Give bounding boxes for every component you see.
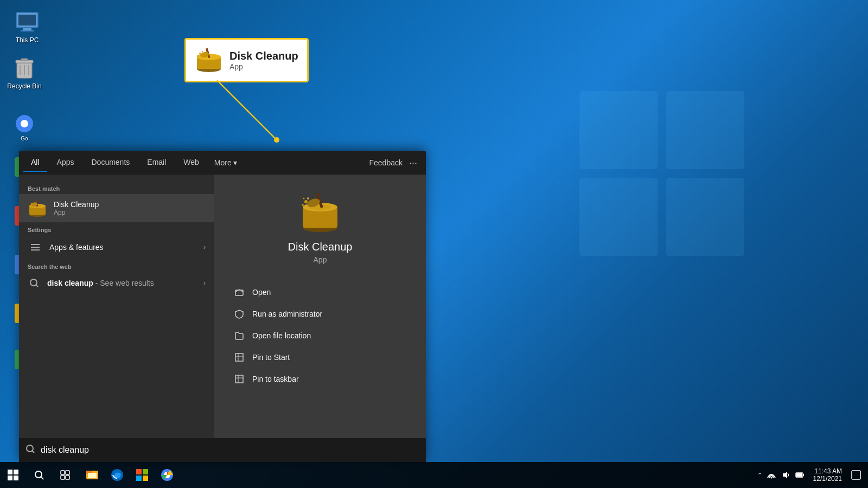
svg-rect-45 xyxy=(31,249,40,251)
desktop-icon-recyclebin[interactable]: Recycle Bin xyxy=(3,54,46,90)
best-match-text: Disk Cleanup App xyxy=(54,200,99,216)
tab-more[interactable]: More ▾ xyxy=(209,154,242,171)
svg-rect-79 xyxy=(88,473,97,478)
disk-cleanup-tooltip-icon xyxy=(195,46,223,74)
taskbar-app-chrome[interactable] xyxy=(155,463,179,487)
svg-rect-75 xyxy=(61,476,65,479)
settings-apps-features[interactable]: Apps & features › xyxy=(19,235,214,259)
svg-rect-10 xyxy=(21,59,28,61)
svg-rect-90 xyxy=(803,474,804,476)
search-bar xyxy=(19,438,426,462)
desktop-icon-thispc[interactable]: This PC xyxy=(5,8,49,44)
tooltip-app-name: Disk Cleanup xyxy=(229,50,298,62)
best-match-result[interactable]: Disk Cleanup App xyxy=(19,194,214,222)
start-button[interactable] xyxy=(0,462,26,488)
tooltip-callout: Disk Cleanup App xyxy=(184,38,309,82)
chevron-down-icon: ▾ xyxy=(233,158,237,167)
app-preview-title: Disk Cleanup xyxy=(288,241,353,253)
folder-icon xyxy=(234,330,245,341)
svg-rect-73 xyxy=(61,471,65,474)
chevron-right-icon: › xyxy=(203,243,206,251)
svg-rect-59 xyxy=(235,354,243,361)
svg-rect-74 xyxy=(66,471,69,474)
svg-rect-7 xyxy=(21,30,34,31)
search-content: Best match Dis xyxy=(19,175,426,462)
app1-icon xyxy=(15,114,34,133)
openfilelocation-label: Open file location xyxy=(252,331,311,340)
svg-rect-44 xyxy=(31,247,40,248)
web-search-result[interactable]: disk cleanup - See web results › xyxy=(19,272,214,294)
disk-cleanup-small-icon xyxy=(28,198,47,218)
svg-point-56 xyxy=(307,197,309,200)
action-openfilelocation[interactable]: Open file location xyxy=(225,325,415,346)
action-open[interactable]: Open xyxy=(225,281,415,303)
svg-point-32 xyxy=(197,55,199,57)
action-pintostart[interactable]: Pin to Start xyxy=(225,346,415,368)
taskbar-app-edge[interactable] xyxy=(105,463,129,487)
svg-rect-62 xyxy=(235,375,243,383)
search-panel: All Apps Documents Email Web More ▾ Feed… xyxy=(19,151,426,462)
pintostart-label: Pin to Start xyxy=(252,353,290,362)
taskbar-clock[interactable]: 11:43 AM 12/1/2021 xyxy=(809,467,846,483)
apps-features-label: Apps & features xyxy=(49,243,104,252)
open-icon xyxy=(234,287,245,298)
battery-icon[interactable] xyxy=(795,470,805,480)
svg-point-31 xyxy=(199,53,201,55)
app-preview-icon xyxy=(298,191,342,234)
svg-point-42 xyxy=(29,205,30,206)
svg-line-47 xyxy=(36,285,39,287)
best-match-title: Disk Cleanup xyxy=(54,200,99,209)
svg-rect-84 xyxy=(143,476,148,481)
svg-rect-5 xyxy=(18,15,36,25)
svg-rect-83 xyxy=(136,476,142,481)
tab-documents[interactable]: Documents xyxy=(84,153,137,172)
svg-point-46 xyxy=(30,279,37,286)
tab-more-options[interactable]: ··· xyxy=(405,155,422,171)
taskbar-taskview-button[interactable] xyxy=(52,462,78,488)
svg-point-33 xyxy=(202,51,203,53)
svg-rect-82 xyxy=(143,469,148,474)
svg-marker-88 xyxy=(783,472,787,478)
svg-line-66 xyxy=(33,451,35,453)
taskbar-app-explorer[interactable] xyxy=(80,463,104,487)
search-tabs: All Apps Documents Email Web More ▾ Feed… xyxy=(19,151,426,175)
svg-point-54 xyxy=(304,200,308,203)
thispc-icon xyxy=(14,8,40,34)
tooltip-text: Disk Cleanup App xyxy=(229,50,298,71)
network-icon[interactable] xyxy=(767,470,776,480)
svg-line-72 xyxy=(41,477,44,480)
open-label: Open xyxy=(252,288,271,297)
runas-label: Run as administrator xyxy=(252,310,322,318)
notification-icon[interactable] xyxy=(851,470,861,480)
svg-rect-69 xyxy=(8,476,12,480)
pintotaskbar-label: Pin to taskbar xyxy=(252,375,299,383)
svg-point-57 xyxy=(303,198,305,200)
left-panel: Best match Dis xyxy=(19,175,214,462)
windows-logo-desktop xyxy=(575,87,749,260)
up-arrow-icon[interactable]: ⌃ xyxy=(757,472,762,479)
tab-web[interactable]: Web xyxy=(176,153,207,172)
action-pintotaskbar[interactable]: Pin to taskbar xyxy=(225,368,415,390)
svg-rect-70 xyxy=(14,476,18,480)
action-runas[interactable]: Run as administrator xyxy=(225,303,415,325)
tab-feedback[interactable]: Feedback xyxy=(369,158,403,167)
tab-apps[interactable]: Apps xyxy=(49,153,82,172)
svg-point-71 xyxy=(35,471,42,478)
pin-start-icon xyxy=(234,352,245,363)
svg-rect-0 xyxy=(579,91,658,169)
list-icon xyxy=(28,240,43,255)
taskbar-search-button[interactable] xyxy=(26,462,52,488)
tab-email[interactable]: Email xyxy=(139,153,174,172)
taskbar-right: ⌃ 11:43 AM 12/1/2021 xyxy=(757,467,868,483)
svg-point-87 xyxy=(770,477,772,479)
svg-rect-6 xyxy=(23,28,31,30)
desktop-icon-app1[interactable]: Go xyxy=(3,114,46,142)
svg-rect-1 xyxy=(666,91,744,169)
svg-rect-3 xyxy=(666,178,744,256)
tab-all[interactable]: All xyxy=(23,153,47,172)
taskbar-app-store[interactable] xyxy=(130,463,154,487)
tooltip-arrow xyxy=(217,80,326,145)
svg-rect-2 xyxy=(579,178,658,256)
search-input[interactable] xyxy=(41,445,419,455)
volume-icon[interactable] xyxy=(781,470,790,480)
